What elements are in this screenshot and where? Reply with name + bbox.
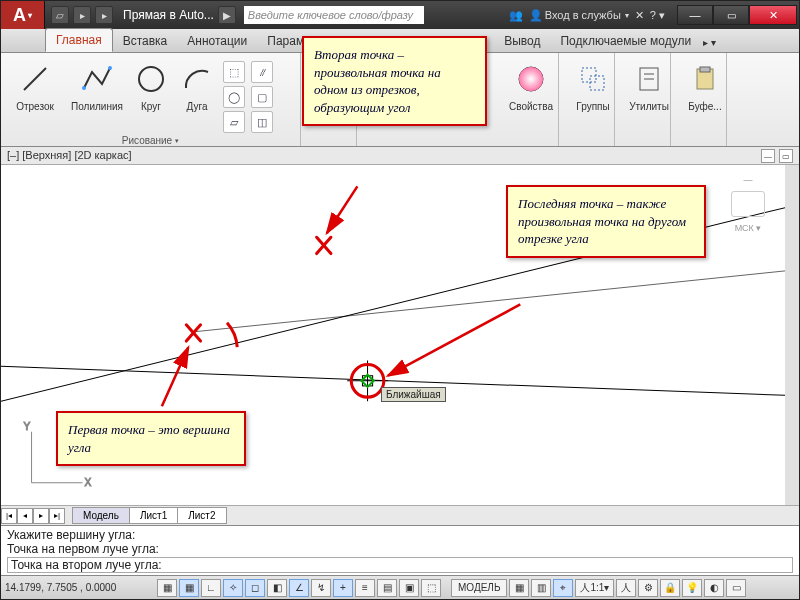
- drawing-canvas[interactable]: Y X — МСК ▾ Последняя то: [1, 165, 799, 505]
- vp-max-icon[interactable]: ▭: [779, 149, 793, 163]
- status-osnap-icon[interactable]: ◻: [245, 579, 265, 597]
- panel-properties-label: Свойства: [503, 101, 559, 112]
- tool-clipboard[interactable]: Буфе...: [677, 57, 733, 112]
- svg-point-1: [82, 86, 86, 90]
- help-search-input[interactable]: Введите ключевое слово/фразу: [244, 6, 424, 24]
- status-isolate-icon[interactable]: ◐: [704, 579, 724, 597]
- tool-small-4[interactable]: ⫽: [251, 61, 273, 83]
- layout-nav-prev[interactable]: ◂: [17, 508, 33, 524]
- command-window[interactable]: Укажите вершину угла: Точка на первом лу…: [1, 525, 799, 575]
- svg-line-31: [388, 304, 520, 375]
- status-3dosnap-icon[interactable]: ◧: [267, 579, 287, 597]
- titlebar: A ▱ ▸ ▸ Прямая в Auto... ▶ Введите ключе…: [1, 1, 799, 29]
- panel-clipboard-label: Буфе...: [677, 101, 733, 112]
- status-clean-icon[interactable]: ▭: [726, 579, 746, 597]
- signin-button[interactable]: 👤Вход в службы▾: [529, 9, 629, 22]
- qat-open-icon[interactable]: ▸: [73, 6, 91, 24]
- layout-nav-first[interactable]: |◂: [1, 508, 17, 524]
- status-hw-icon[interactable]: 💡: [682, 579, 702, 597]
- status-ortho-icon[interactable]: ∟: [201, 579, 221, 597]
- qat-dropdown-icon[interactable]: ▸: [95, 6, 113, 24]
- navcube-home-icon[interactable]: —: [721, 175, 775, 185]
- panel-utils-label: Утилиты: [621, 101, 677, 112]
- status-layout-icon[interactable]: ▦: [509, 579, 529, 597]
- panel-draw-title[interactable]: Рисование: [7, 133, 294, 146]
- status-lwt-icon[interactable]: ≡: [355, 579, 375, 597]
- app-menu-button[interactable]: A: [1, 1, 45, 29]
- status-bar: 14.1799, 7.7505 , 0.0000 ▦ ▦ ∟ ✧ ◻ ◧ ∠ ↯…: [1, 575, 799, 599]
- tab-annotate[interactable]: Аннотации: [177, 30, 257, 52]
- status-model-button[interactable]: МОДЕЛЬ: [451, 579, 507, 597]
- status-qp-icon[interactable]: ▣: [399, 579, 419, 597]
- panel-groups: Группы: [559, 53, 615, 146]
- callout-first-point: Первая точка – это вершина угла: [56, 411, 246, 466]
- svg-rect-9: [590, 76, 604, 90]
- status-ducs-icon[interactable]: ↯: [311, 579, 331, 597]
- tool-groups[interactable]: Группы: [565, 57, 621, 112]
- tool-polyline[interactable]: Полилиния: [69, 57, 125, 112]
- status-dyn-icon[interactable]: +: [333, 579, 353, 597]
- window-title: Прямая в Auto...: [123, 8, 214, 22]
- tab-overflow[interactable]: ▸ ▾: [701, 33, 718, 52]
- layout-nav-last[interactable]: ▸|: [49, 508, 65, 524]
- panel-draw: Отрезок Полилиния Круг Дуга ⬚ ◯ ▱: [1, 53, 301, 146]
- svg-line-32: [162, 347, 188, 406]
- viewport-label[interactable]: [–] [Верхняя] [2D каркас]: [7, 149, 132, 162]
- exchange-icon[interactable]: ✕: [635, 9, 644, 22]
- tool-small-6[interactable]: ◫: [251, 111, 273, 133]
- svg-line-30: [327, 186, 358, 233]
- tool-small-1[interactable]: ⬚: [223, 61, 245, 83]
- status-polar-icon[interactable]: ✧: [223, 579, 243, 597]
- tool-utils[interactable]: Утилиты: [621, 57, 677, 112]
- qat-new-icon[interactable]: ▱: [51, 6, 69, 24]
- status-lock-icon[interactable]: 🔒: [660, 579, 680, 597]
- svg-line-0: [24, 68, 46, 90]
- tab-output[interactable]: Вывод: [494, 30, 550, 52]
- svg-text:X: X: [84, 477, 91, 488]
- maximize-button[interactable]: ▭: [713, 5, 749, 25]
- navcube-face[interactable]: [731, 191, 765, 217]
- tool-small-2[interactable]: ◯: [223, 86, 245, 108]
- status-snap-icon[interactable]: ▦: [157, 579, 177, 597]
- minimize-button[interactable]: —: [677, 5, 713, 25]
- status-annoscale-icon[interactable]: ⌖: [553, 579, 573, 597]
- navcube-wcs-label[interactable]: МСК ▾: [721, 223, 775, 233]
- tab-home[interactable]: Главная: [45, 28, 113, 52]
- infocenter-people-icon[interactable]: 👥: [509, 9, 523, 22]
- close-button[interactable]: ✕: [749, 5, 797, 25]
- callout-last-point: Последняя точка – также произвольная точ…: [506, 185, 706, 258]
- tool-small-5[interactable]: ▢: [251, 86, 273, 108]
- tab-insert[interactable]: Вставка: [113, 30, 178, 52]
- tool-arc[interactable]: Дуга: [177, 57, 217, 112]
- status-sc-icon[interactable]: ⬚: [421, 579, 441, 597]
- layout-tab-sheet1[interactable]: Лист1: [129, 507, 178, 524]
- status-annovis-icon[interactable]: 人: [616, 579, 636, 597]
- status-quickview-icon[interactable]: ▥: [531, 579, 551, 597]
- title-play-icon[interactable]: ▶: [218, 6, 236, 24]
- tool-properties[interactable]: Свойства: [503, 57, 559, 112]
- layout-tab-sheet2[interactable]: Лист2: [177, 507, 226, 524]
- cmd-input[interactable]: Точка на втором луче угла:: [7, 557, 793, 573]
- layout-nav-next[interactable]: ▸: [33, 508, 49, 524]
- panel-clipboard: Буфе...: [671, 53, 727, 146]
- tool-line[interactable]: Отрезок: [7, 57, 63, 112]
- layout-tab-model[interactable]: Модель: [72, 507, 130, 524]
- status-grid-icon[interactable]: ▦: [179, 579, 199, 597]
- status-otrack-icon[interactable]: ∠: [289, 579, 309, 597]
- help-icon[interactable]: ? ▾: [650, 9, 665, 22]
- tool-circle[interactable]: Круг: [131, 57, 171, 112]
- viewport-strip: [–] [Верхняя] [2D каркас] — ▭: [1, 147, 799, 165]
- status-tpy-icon[interactable]: ▤: [377, 579, 397, 597]
- tool-small-3[interactable]: ▱: [223, 111, 245, 133]
- layout-tabs: |◂ ◂ ▸ ▸| Модель Лист1 Лист2: [1, 505, 799, 525]
- panel-groups-label: Группы: [565, 101, 621, 112]
- vp-min-icon[interactable]: —: [761, 149, 775, 163]
- status-scale[interactable]: 人1:1▾: [575, 579, 614, 597]
- status-coords[interactable]: 14.1799, 7.7505 , 0.0000: [5, 582, 155, 593]
- svg-rect-8: [582, 68, 596, 82]
- tab-plugins[interactable]: Подключаемые модули: [550, 30, 701, 52]
- svg-point-7: [519, 67, 543, 91]
- navcube[interactable]: — МСК ▾: [721, 175, 775, 233]
- status-ws-icon[interactable]: ⚙: [638, 579, 658, 597]
- tool-line-label: Отрезок: [7, 101, 63, 112]
